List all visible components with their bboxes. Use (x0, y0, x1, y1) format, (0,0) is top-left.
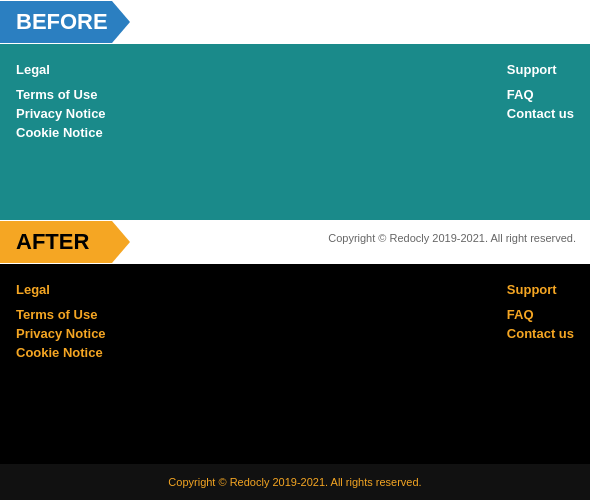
after-legal-header: Legal (16, 282, 106, 297)
after-faq-link[interactable]: FAQ (507, 307, 574, 322)
before-legal-column: Legal Terms of Use Privacy Notice Cookie… (16, 62, 106, 144)
before-banner: BEFORE (0, 0, 590, 44)
after-terms-link[interactable]: Terms of Use (16, 307, 106, 322)
before-cookie-link[interactable]: Cookie Notice (16, 125, 106, 140)
after-cookie-link[interactable]: Cookie Notice (16, 345, 106, 360)
after-privacy-link[interactable]: Privacy Notice (16, 326, 106, 341)
before-section: BEFORE Legal Terms of Use Privacy Notice… (0, 0, 590, 220)
after-banner: AFTER Copyright © Redocly 2019-2021. All… (0, 220, 590, 264)
after-footer-content: Legal Terms of Use Privacy Notice Cookie… (0, 264, 590, 374)
after-contact-link[interactable]: Contact us (507, 326, 574, 341)
after-legal-column: Legal Terms of Use Privacy Notice Cookie… (16, 282, 106, 364)
before-terms-link[interactable]: Terms of Use (16, 87, 106, 102)
before-legal-header: Legal (16, 62, 106, 77)
after-copyright-text: Copyright © Redocly 2019-2021. All right… (168, 476, 421, 488)
after-banner-copyright: Copyright © Redocly 2019-2021. All right… (328, 232, 576, 244)
before-support-column: Support FAQ Contact us (507, 62, 574, 144)
before-privacy-link[interactable]: Privacy Notice (16, 106, 106, 121)
after-support-header: Support (507, 282, 574, 297)
before-faq-link[interactable]: FAQ (507, 87, 574, 102)
after-copyright-bar: Copyright © Redocly 2019-2021. All right… (0, 464, 590, 500)
before-contact-link[interactable]: Contact us (507, 106, 574, 121)
after-section: AFTER Copyright © Redocly 2019-2021. All… (0, 220, 590, 500)
before-support-header: Support (507, 62, 574, 77)
before-footer-content: Legal Terms of Use Privacy Notice Cookie… (0, 44, 590, 154)
after-label: AFTER (0, 221, 130, 263)
before-label: BEFORE (0, 1, 130, 43)
after-support-column: Support FAQ Contact us (507, 282, 574, 364)
